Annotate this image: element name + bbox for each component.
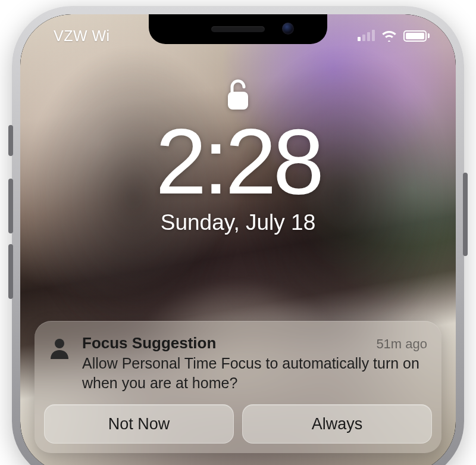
not-now-label: Not Now [108, 415, 170, 433]
notification-content: Focus Suggestion 51m ago Allow Personal … [35, 321, 441, 404]
notification-message: Allow Personal Time Focus to automatical… [82, 354, 427, 392]
earpiece-speaker [211, 26, 265, 32]
notification-actions: Not Now Always [35, 404, 441, 453]
display-notch [149, 14, 327, 44]
mute-switch[interactable] [8, 125, 13, 156]
power-button[interactable] [463, 173, 468, 256]
phone-bezel: VZW Wi [20, 14, 456, 465]
notification-title: Focus Suggestion [82, 334, 216, 352]
lock-screen-clock: 2:28 Sunday, July 18 [20, 77, 456, 235]
volume-down-button[interactable] [8, 244, 13, 299]
not-now-button[interactable]: Not Now [44, 404, 234, 444]
svg-rect-0 [228, 92, 248, 110]
wifi-icon [381, 30, 397, 42]
time-label: 2:28 [155, 116, 321, 208]
battery-icon [403, 30, 430, 42]
front-camera [282, 23, 294, 35]
volume-up-button[interactable] [8, 179, 13, 233]
notification-timestamp: 51m ago [376, 336, 427, 352]
status-icons [358, 30, 430, 42]
cellular-signal-icon [358, 30, 375, 41]
always-button[interactable]: Always [242, 404, 432, 444]
notification-card[interactable]: Focus Suggestion 51m ago Allow Personal … [35, 321, 441, 453]
unlock-icon [225, 77, 251, 114]
notification-body: Focus Suggestion 51m ago Allow Personal … [82, 334, 427, 392]
always-label: Always [312, 415, 363, 433]
date-label: Sunday, July 18 [161, 210, 316, 235]
person-icon [48, 334, 71, 392]
svg-point-1 [55, 339, 64, 348]
carrier-label: VZW Wi [54, 27, 110, 45]
lock-screen[interactable]: VZW Wi [20, 14, 456, 465]
phone-device-frame: VZW Wi [12, 6, 464, 465]
